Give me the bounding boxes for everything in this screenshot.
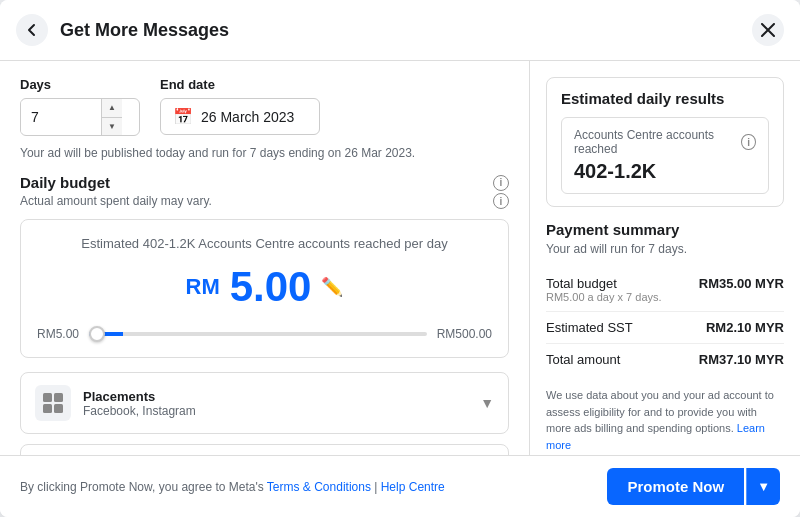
side-panel: Estimated daily results Accounts Centre … (530, 61, 800, 455)
promote-now-button[interactable]: Promote Now (607, 468, 744, 505)
payment-line-value-total-amount: RM37.10 MYR (699, 352, 784, 367)
modal-title: Get More Messages (60, 20, 752, 41)
edit-budget-icon[interactable]: ✏️ (321, 276, 343, 298)
placements-info: Placements Facebook, Instagram (83, 389, 480, 418)
payment-note: We use data about you and your ad accoun… (546, 387, 784, 453)
days-label: Days (20, 77, 140, 92)
placements-row[interactable]: Placements Facebook, Instagram ▼ (20, 372, 509, 434)
payment-summary-sub: Your ad will run for 7 days. (546, 242, 784, 256)
modal-header: Get More Messages (0, 0, 800, 61)
placements-chevron-icon: ▼ (480, 395, 494, 411)
footer-actions: Promote Now ▼ (607, 468, 780, 505)
days-input[interactable] (21, 101, 101, 133)
days-decrement[interactable]: ▼ (102, 118, 122, 136)
payment-line-total-budget: Total budget RM5.00 a day x 7 days. RM35… (546, 268, 784, 312)
budget-estimate-text: Estimated 402-1.2K Accounts Centre accou… (37, 236, 492, 251)
payment-line-sub-total-budget: RM5.00 a day x 7 days. (546, 291, 662, 303)
days-field-group: Days ▲ ▼ (20, 77, 140, 136)
budget-slider[interactable] (89, 332, 427, 336)
budget-currency: RM (186, 274, 220, 300)
ad-run-note: Your ad will be published today and run … (20, 146, 509, 160)
main-panel: Days ▲ ▼ End date 📅 26 March 2023 (0, 61, 530, 455)
daily-budget-info-icon-2[interactable]: i (493, 193, 509, 209)
payment-line-sst: Estimated SST RM2.10 MYR (546, 312, 784, 344)
estimated-results-info-icon[interactable]: i (741, 134, 756, 150)
svg-rect-1 (54, 393, 63, 402)
payment-line-label-total-amount: Total amount (546, 352, 620, 367)
slider-row: RM5.00 RM500.00 (37, 327, 492, 341)
slider-max-label: RM500.00 (437, 327, 492, 341)
estimated-results-card: Estimated daily results Accounts Centre … (546, 77, 784, 207)
daily-budget-title: Daily budget (20, 174, 110, 191)
estimated-metric-value: 402-1.2K (574, 160, 756, 183)
daily-budget-sub: Actual amount spent daily may vary. (20, 194, 212, 208)
svg-rect-2 (43, 404, 52, 413)
daily-budget-info-icon[interactable]: i (493, 175, 509, 191)
modal-footer: By clicking Promote Now, you agree to Me… (0, 455, 800, 517)
estimated-results-title: Estimated daily results (561, 90, 769, 107)
payment-lines: Total budget RM5.00 a day x 7 days. RM35… (546, 268, 784, 375)
payment-line-value-total-budget: RM35.00 MYR (699, 276, 784, 303)
budget-value: 5.00 (230, 263, 312, 311)
estimated-metric-label: Accounts Centre accounts reached i (574, 128, 756, 156)
learn-more-link[interactable]: Learn more (546, 422, 765, 451)
payment-summary-title: Payment summary (546, 221, 784, 238)
back-button[interactable] (16, 14, 48, 46)
close-button[interactable] (752, 14, 784, 46)
budget-amount-row: RM 5.00 ✏️ (37, 263, 492, 311)
promote-dropdown-button[interactable]: ▼ (746, 468, 780, 505)
estimated-metric: Accounts Centre accounts reached i 402-1… (561, 117, 769, 194)
payment-summary-section: Payment summary Your ad will run for 7 d… (546, 221, 784, 453)
terms-conditions-link[interactable]: Terms & Conditions (267, 480, 371, 494)
end-date-picker[interactable]: 📅 26 March 2023 (160, 98, 320, 135)
end-date-value: 26 March 2023 (201, 109, 294, 125)
days-increment[interactable]: ▲ (102, 99, 122, 118)
help-centre-link[interactable]: Help Centre (381, 480, 445, 494)
end-date-label: End date (160, 77, 320, 92)
payment-line-value-sst: RM2.10 MYR (706, 320, 784, 335)
modal-body: Days ▲ ▼ End date 📅 26 March 2023 (0, 61, 800, 455)
svg-rect-0 (43, 393, 52, 402)
days-spinner: ▲ ▼ (101, 99, 122, 135)
days-enddate-row: Days ▲ ▼ End date 📅 26 March 2023 (20, 77, 509, 136)
days-input-wrap: ▲ ▼ (20, 98, 140, 136)
payment-method-row[interactable]: Payment method ▼ (20, 444, 509, 455)
slider-min-label: RM5.00 (37, 327, 79, 341)
placements-title: Placements (83, 389, 480, 404)
payment-line-label-total-budget: Total budget (546, 276, 662, 291)
svg-rect-3 (54, 404, 63, 413)
calendar-icon: 📅 (173, 107, 193, 126)
placements-icon (35, 385, 71, 421)
placements-sub: Facebook, Instagram (83, 404, 480, 418)
end-date-field-group: End date 📅 26 March 2023 (160, 77, 320, 136)
footer-note: By clicking Promote Now, you agree to Me… (20, 480, 445, 494)
daily-budget-header: Daily budget i (20, 174, 509, 191)
modal: Get More Messages Days ▲ ▼ (0, 0, 800, 517)
budget-card: Estimated 402-1.2K Accounts Centre accou… (20, 219, 509, 358)
payment-line-label-sst: Estimated SST (546, 320, 633, 335)
payment-line-total-amount: Total amount RM37.10 MYR (546, 344, 784, 375)
